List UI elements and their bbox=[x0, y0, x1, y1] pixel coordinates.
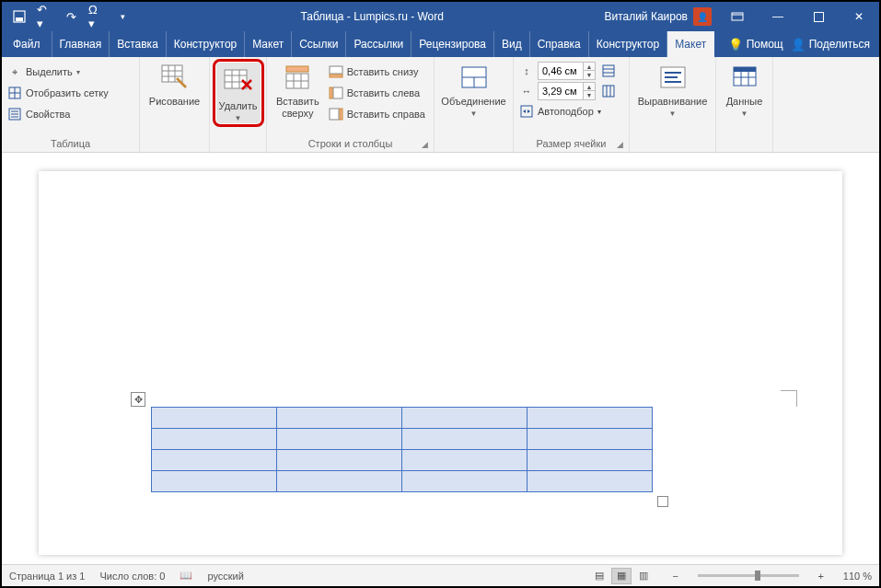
insert-below-label: Вставить снизу bbox=[347, 66, 419, 77]
spin-up[interactable]: ▲ bbox=[584, 63, 595, 71]
svg-rect-26 bbox=[286, 66, 308, 72]
share-label: Поделиться bbox=[809, 38, 870, 51]
height-icon: ↕ bbox=[519, 63, 534, 78]
row-height-input[interactable] bbox=[539, 65, 583, 76]
spin-down[interactable]: ▼ bbox=[584, 71, 595, 79]
col-width-control[interactable]: ↔ ▲▼ bbox=[517, 82, 618, 100]
view-gridlines-button[interactable]: Отобразить сетку bbox=[6, 84, 110, 102]
maximize-button[interactable] bbox=[798, 2, 839, 31]
draw-table-icon bbox=[160, 63, 190, 92]
tab-table-layout[interactable]: Макет bbox=[667, 31, 714, 57]
tab-layout[interactable]: Макет bbox=[245, 31, 292, 57]
tab-view[interactable]: Вид bbox=[494, 31, 530, 57]
chevron-down-icon: ▼ bbox=[669, 110, 677, 118]
autofit-icon bbox=[519, 104, 534, 119]
chevron-down-icon: ▼ bbox=[470, 110, 478, 118]
properties-button[interactable]: Свойства bbox=[6, 105, 110, 123]
draw-table-button[interactable]: Рисование bbox=[144, 59, 205, 108]
insert-above-button[interactable]: Вставить сверху bbox=[271, 59, 325, 119]
distribute-cols-icon[interactable] bbox=[601, 84, 616, 98]
insert-right-button[interactable]: Вставить справа bbox=[327, 105, 427, 123]
redo-icon[interactable]: ↷ bbox=[63, 8, 79, 25]
autofit-button[interactable]: Автоподбор ▾ bbox=[517, 102, 618, 121]
width-icon: ↔ bbox=[519, 84, 534, 98]
insert-left-button[interactable]: Вставить слева bbox=[327, 84, 427, 102]
tab-review[interactable]: Рецензирова bbox=[412, 31, 494, 57]
tab-insert[interactable]: Вставка bbox=[110, 31, 167, 57]
table-row bbox=[152, 450, 653, 471]
tab-mailings[interactable]: Рассылки bbox=[346, 31, 412, 57]
table-row bbox=[152, 429, 653, 450]
margin-corner bbox=[781, 390, 797, 407]
table-move-handle[interactable]: ✥ bbox=[131, 392, 145, 407]
delete-table-icon bbox=[224, 67, 253, 97]
tab-help[interactable]: Справка bbox=[530, 31, 589, 57]
distribute-rows-icon[interactable] bbox=[601, 63, 616, 78]
undo-icon[interactable]: ↶ ▾ bbox=[37, 8, 53, 25]
qat-customize-icon[interactable]: ▾ bbox=[114, 8, 131, 25]
document-table[interactable] bbox=[151, 407, 653, 492]
tab-references[interactable]: Ссылки bbox=[292, 31, 346, 57]
svg-rect-2 bbox=[732, 13, 743, 20]
cursor-icon: ⌖ bbox=[7, 64, 22, 79]
tab-table-design[interactable]: Конструктор bbox=[589, 31, 667, 57]
select-button[interactable]: ⌖Выделить ▾ bbox=[6, 63, 110, 81]
delete-button[interactable]: Удалить ▼ bbox=[213, 59, 264, 127]
alignment-label: Выравнивание bbox=[638, 96, 708, 108]
alignment-button[interactable]: Выравнивание ▼ bbox=[633, 59, 712, 118]
user-avatar[interactable]: 👤 bbox=[693, 7, 712, 26]
user-name[interactable]: Виталий Каиров bbox=[604, 10, 688, 23]
svg-rect-1 bbox=[16, 17, 23, 21]
view-web-icon[interactable]: ▥ bbox=[633, 568, 654, 584]
ribbon-display-icon[interactable] bbox=[717, 2, 758, 31]
document-area[interactable]: ✥ bbox=[2, 153, 879, 564]
close-button[interactable]: ✕ bbox=[839, 2, 879, 31]
zoom-level[interactable]: 110 % bbox=[843, 571, 872, 582]
draw-label: Рисование bbox=[149, 96, 200, 108]
status-words[interactable]: Число слов: 0 bbox=[99, 571, 165, 582]
status-proofing-icon[interactable]: 📖 bbox=[180, 570, 192, 582]
table-resize-handle[interactable] bbox=[657, 496, 668, 507]
svg-rect-30 bbox=[330, 87, 332, 98]
view-read-icon[interactable]: ▤ bbox=[589, 568, 609, 584]
insert-left-icon bbox=[329, 86, 343, 100]
svg-rect-39 bbox=[603, 86, 614, 97]
group-label-table: Таблица bbox=[6, 136, 135, 152]
share-button[interactable]: 👤Поделиться bbox=[791, 38, 870, 52]
zoom-in-button[interactable]: + bbox=[814, 571, 829, 582]
tab-file[interactable]: Файл bbox=[2, 31, 52, 57]
status-language[interactable]: русский bbox=[207, 571, 243, 582]
data-label: Данные bbox=[726, 96, 763, 108]
omega-icon[interactable]: Ω ▾ bbox=[88, 8, 105, 25]
insert-below-button[interactable]: Вставить снизу bbox=[327, 63, 427, 81]
zoom-slider[interactable] bbox=[698, 574, 799, 577]
merge-button[interactable]: Объединение ▼ bbox=[438, 59, 509, 118]
insert-above-label: Вставить сверху bbox=[276, 96, 319, 119]
svg-rect-36 bbox=[603, 65, 614, 76]
data-icon bbox=[730, 63, 759, 92]
merge-icon bbox=[459, 63, 489, 92]
spin-up[interactable]: ▲ bbox=[584, 83, 595, 91]
view-print-icon[interactable]: ▦ bbox=[611, 568, 632, 584]
tell-me[interactable]: 💡Помощ bbox=[728, 38, 783, 52]
properties-icon bbox=[7, 107, 22, 121]
gridlines-label: Отобразить сетку bbox=[26, 87, 109, 98]
tab-design[interactable]: Конструктор bbox=[167, 31, 245, 57]
spin-down[interactable]: ▼ bbox=[584, 91, 595, 99]
status-bar: Страница 1 из 1 Число слов: 0 📖 русский … bbox=[2, 564, 879, 586]
row-height-control[interactable]: ↕ ▲▼ bbox=[517, 62, 618, 80]
insert-left-label: Вставить слева bbox=[347, 87, 421, 98]
svg-rect-29 bbox=[333, 87, 342, 98]
tab-home[interactable]: Главная bbox=[52, 31, 110, 57]
dialog-launcher-icon[interactable]: ◢ bbox=[422, 140, 428, 149]
zoom-out-button[interactable]: − bbox=[668, 571, 683, 582]
data-button[interactable]: Данные ▼ bbox=[721, 59, 769, 118]
minimize-button[interactable]: — bbox=[758, 2, 798, 31]
save-icon[interactable] bbox=[11, 8, 28, 25]
dialog-launcher-icon[interactable]: ◢ bbox=[617, 140, 623, 149]
chevron-down-icon: ▼ bbox=[741, 110, 748, 118]
col-width-input[interactable] bbox=[539, 86, 583, 97]
zoom-thumb[interactable] bbox=[755, 571, 760, 581]
status-page[interactable]: Страница 1 из 1 bbox=[9, 571, 85, 582]
svg-rect-28 bbox=[330, 75, 342, 77]
